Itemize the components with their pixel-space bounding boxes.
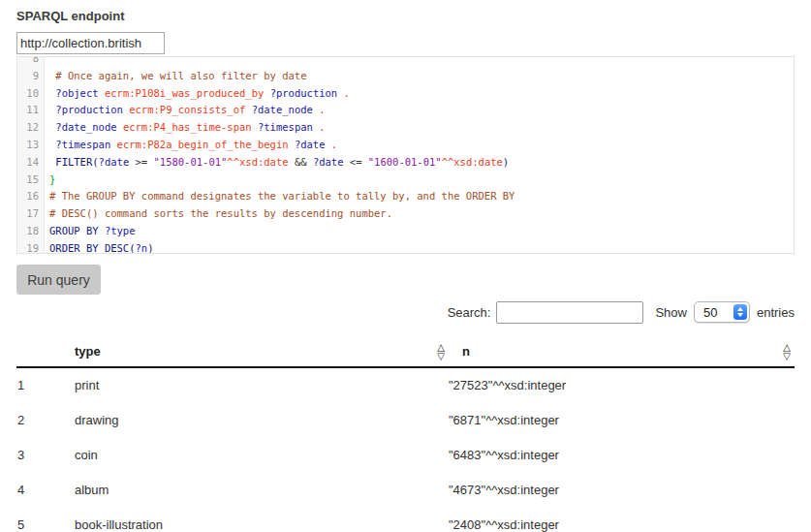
code-token: .: [313, 104, 326, 115]
code-token: # DESC() command sorts the results by de…: [49, 207, 392, 219]
line-number: 15: [17, 172, 45, 189]
select-stepper-icon: [733, 304, 747, 320]
line-number: 8: [17, 56, 45, 68]
editor-lines: 89 # Once again, we will also filter by …: [17, 56, 794, 254]
table-row: 2drawing"6871"^^xsd:integer: [16, 402, 795, 437]
code-token: GROUP BY: [49, 225, 105, 236]
code-line: }: [45, 172, 55, 189]
n-cell: "6871"^^xsd:integer: [449, 402, 795, 437]
code-line: # The GROUP BY command designates the va…: [45, 188, 515, 205]
show-entries-label: Show: [655, 305, 687, 320]
table-row: 5book-illustration"2408"^^xsd:integer: [16, 507, 795, 532]
table-controls: Search: Show 50 entries: [16, 299, 795, 325]
code-line: ?production ecrm:P9_consists_of ?date_no…: [45, 102, 326, 119]
row-index-cell: 1: [16, 367, 59, 402]
code-token: .: [313, 121, 326, 133]
n-cell: "27523"^^xsd:integer: [449, 367, 795, 402]
editor-line: 16# The GROUP BY command designates the …: [17, 188, 794, 205]
line-number: 11: [17, 102, 45, 119]
code-token: ): [147, 242, 153, 254]
code-token: ?timespan: [55, 139, 110, 150]
row-index-cell: 5: [16, 507, 59, 532]
editor-line: 17# DESC() command sorts the results by …: [17, 205, 794, 223]
sparql-editor[interactable]: 89 # Once again, we will also filter by …: [16, 56, 795, 254]
row-index-cell: 4: [16, 472, 59, 507]
code-line: FILTER(?date >= "1580-01-01"^^xsd:date &…: [45, 154, 509, 172]
header-index: [16, 336, 59, 367]
chevron-down-icon: [737, 313, 743, 317]
line-number: 17: [17, 205, 45, 223]
table-row: 4album"4673"^^xsd:integer: [16, 472, 795, 507]
endpoint-label: SPARQL endpoint: [16, 9, 795, 23]
line-number: 14: [17, 154, 45, 172]
code-line: # DESC() command sorts the results by de…: [45, 205, 392, 223]
code-token: ?production: [270, 87, 338, 99]
code-token: ORDER BY DESC(: [49, 242, 136, 254]
code-token: ?timespan: [258, 121, 313, 133]
run-query-button[interactable]: Run query: [16, 265, 101, 295]
code-token: .: [326, 139, 338, 150]
page: SPARQL endpoint 89 # Once again, we will…: [0, 9, 811, 532]
editor-line: 19ORDER BY DESC(?n): [17, 240, 794, 254]
code-token: ?production: [55, 104, 123, 115]
search-label: Search:: [448, 305, 491, 320]
code-token: "1600-01-01": [368, 156, 442, 168]
search-input[interactable]: [496, 301, 643, 324]
type-cell: coin: [59, 437, 449, 472]
code-token: &&: [289, 156, 313, 168]
code-token: ecrm:P9_consists_of: [129, 104, 245, 115]
editor-line: 15}: [17, 172, 794, 189]
code-token: >=: [129, 156, 153, 168]
editor-line: 10 ?object ecrm:P108i_was_produced_by ?p…: [17, 85, 794, 103]
code-token: ^^xsd:date: [227, 156, 288, 168]
code-token: ?date_node: [55, 121, 116, 133]
editor-line: 18GROUP BY ?type: [17, 223, 794, 240]
code-token: ?date: [295, 139, 326, 150]
line-number: 10: [17, 85, 45, 103]
code-token: ecrm:P108i_was_produced_by: [105, 87, 264, 99]
line-number: 13: [17, 137, 45, 154]
code-token: ?n: [136, 242, 148, 254]
editor-line: 12 ?date_node ecrm:P4_has_time-span ?tim…: [17, 119, 794, 137]
table-row: 1print"27523"^^xsd:integer: [16, 367, 795, 402]
type-cell: album: [59, 472, 449, 507]
code-line: GROUP BY ?type: [45, 223, 136, 240]
chevron-up-icon: [737, 307, 743, 311]
page-size-select[interactable]: 50: [694, 301, 750, 323]
header-type-label: type: [75, 344, 101, 359]
table-header-row: type n: [16, 336, 795, 367]
line-number: 16: [17, 188, 45, 205]
code-token: ?date: [313, 156, 344, 168]
editor-line: 13 ?timespan ecrm:P82a_begin_of_the_begi…: [17, 137, 794, 154]
type-cell: drawing: [59, 402, 449, 437]
header-type[interactable]: type: [59, 336, 449, 367]
n-cell: "2408"^^xsd:integer: [449, 507, 795, 532]
code-line: ORDER BY DESC(?n): [45, 240, 154, 254]
editor-line: 11 ?production ecrm:P9_consists_of ?date…: [17, 102, 794, 119]
row-index-cell: 3: [16, 437, 59, 472]
n-cell: "6483"^^xsd:integer: [449, 437, 795, 472]
code-token: ?date: [99, 156, 130, 168]
code-token: FILTER(: [55, 156, 98, 168]
row-index-cell: 2: [16, 402, 59, 437]
entries-label: entries: [757, 305, 795, 320]
code-token: ): [503, 156, 509, 168]
sort-icon: [783, 343, 791, 360]
code-token: }: [49, 173, 55, 185]
code-token: ?object: [55, 87, 98, 99]
editor-line: 14 FILTER(?date >= "1580-01-01"^^xsd:dat…: [17, 154, 794, 172]
code-line: ?object ecrm:P108i_was_produced_by ?prod…: [45, 85, 350, 103]
code-token: ?type: [105, 225, 136, 236]
header-n-label: n: [462, 344, 470, 359]
endpoint-input[interactable]: [16, 32, 165, 54]
line-number: 9: [17, 68, 45, 85]
sort-icon: [437, 343, 445, 360]
code-line: ?date_node ecrm:P4_has_time-span ?timesp…: [45, 119, 326, 137]
n-cell: "4673"^^xsd:integer: [449, 472, 795, 507]
code-token: "1580-01-01": [154, 156, 228, 168]
header-n[interactable]: n: [449, 336, 795, 367]
page-size-value: 50: [695, 305, 717, 320]
code-token: ?date_node: [252, 104, 313, 115]
table-row: 3coin"6483"^^xsd:integer: [16, 437, 795, 472]
line-number: 19: [17, 240, 45, 254]
